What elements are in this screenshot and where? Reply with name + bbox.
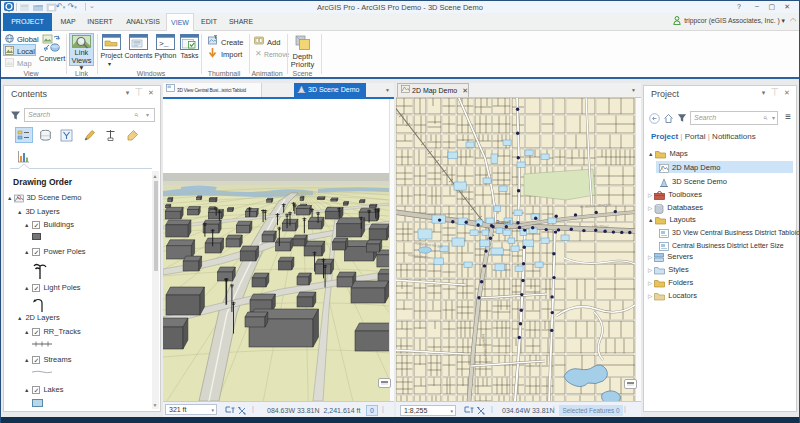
svg-text:Line Street: Line Street — [592, 224, 609, 229]
svg-text:Russell: Russell — [496, 220, 511, 225]
svg-text:>_: >_ — [159, 39, 169, 48]
